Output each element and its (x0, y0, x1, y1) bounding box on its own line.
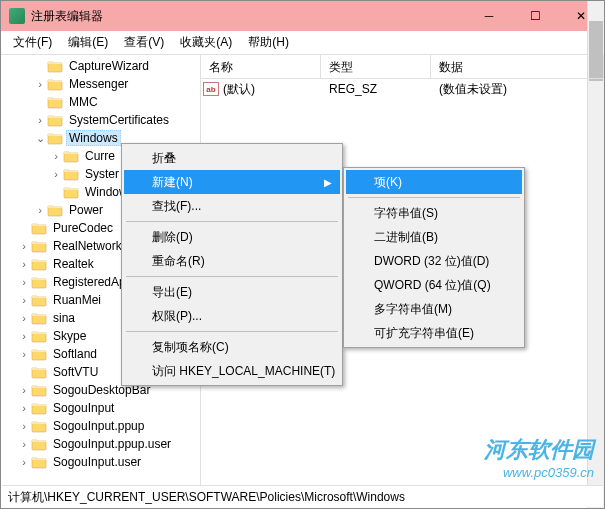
tree-item[interactable]: CaptureWizard (1, 57, 200, 75)
menu-item[interactable]: 字符串值(S) (346, 201, 522, 225)
folder-icon (63, 167, 79, 181)
folder-icon (31, 419, 47, 433)
expand-icon[interactable]: › (33, 114, 47, 126)
tree-item-label: SystemCertificates (66, 112, 172, 128)
menu-item[interactable]: QWORD (64 位)值(Q) (346, 273, 522, 297)
menu-separator (348, 197, 520, 198)
list-header: 名称 类型 数据 (201, 55, 604, 79)
folder-icon (31, 239, 47, 253)
value-type: REG_SZ (321, 82, 431, 96)
tree-item[interactable]: ›SogouInput (1, 399, 200, 417)
menu-item[interactable]: 可扩充字符串值(E) (346, 321, 522, 345)
tree-item-label: Messenger (66, 76, 131, 92)
folder-icon (63, 185, 79, 199)
tree-item-label: PureCodec (50, 220, 116, 236)
submenu-arrow-icon: ▶ (324, 177, 332, 188)
statusbar: 计算机\HKEY_CURRENT_USER\SOFTWARE\Policies\… (2, 485, 603, 507)
expand-icon[interactable]: ⌄ (33, 132, 47, 145)
folder-icon (47, 59, 63, 73)
expand-icon[interactable]: › (49, 150, 63, 162)
expand-icon[interactable]: › (17, 330, 31, 342)
tree-item[interactable]: ›SogouInput.ppup.user (1, 435, 200, 453)
folder-icon (31, 401, 47, 415)
folder-icon (31, 329, 47, 343)
tree-item-label: Windows (66, 130, 121, 146)
folder-icon (31, 365, 47, 379)
col-type[interactable]: 类型 (321, 55, 431, 78)
expand-icon[interactable]: › (17, 420, 31, 432)
tree-item-label: SogouInput.ppup (50, 418, 147, 434)
window-title: 注册表编辑器 (31, 8, 466, 25)
menu-item[interactable]: 编辑(E) (60, 31, 116, 54)
menu-separator (126, 276, 338, 277)
menu-item[interactable]: 折叠 (124, 146, 340, 170)
folder-icon (31, 437, 47, 451)
tree-item-label: SogouInput.ppup.user (50, 436, 174, 452)
tree-item-label: Realtek (50, 256, 97, 272)
string-value-icon: ab (201, 82, 221, 96)
menu-item[interactable]: 多字符串值(M) (346, 297, 522, 321)
list-row[interactable]: ab (默认) REG_SZ (数值未设置) (201, 79, 604, 99)
tree-item-label: SoftVTU (50, 364, 101, 380)
tree-item-label: CaptureWizard (66, 58, 152, 74)
folder-icon (47, 77, 63, 91)
expand-icon[interactable]: › (17, 312, 31, 324)
tree-item-label: MMC (66, 94, 101, 110)
expand-icon[interactable]: › (33, 78, 47, 90)
app-icon (9, 8, 25, 24)
folder-icon (31, 383, 47, 397)
expand-icon[interactable]: › (17, 276, 31, 288)
tree-item-label: SogouInput (50, 400, 117, 416)
tree-item[interactable]: ›SogouInput.ppup (1, 417, 200, 435)
tree-item[interactable]: ›Messenger (1, 75, 200, 93)
tree-item-label: Softland (50, 346, 100, 362)
menu-item[interactable]: 查看(V) (116, 31, 172, 54)
expand-icon[interactable]: › (17, 438, 31, 450)
expand-icon[interactable]: › (17, 294, 31, 306)
expand-icon[interactable]: › (17, 456, 31, 468)
tree-item-label: Syster (82, 166, 122, 182)
col-data[interactable]: 数据 (431, 55, 604, 78)
value-data: (数值未设置) (431, 81, 604, 98)
folder-icon (47, 113, 63, 127)
expand-icon[interactable]: › (49, 168, 63, 180)
tree-item-label: Curre (82, 148, 118, 164)
menu-item[interactable]: 新建(N)▶ (124, 170, 340, 194)
menu-item[interactable]: 项(K) (346, 170, 522, 194)
tree-item[interactable]: ›SystemCertificates (1, 111, 200, 129)
expand-icon[interactable]: › (17, 402, 31, 414)
tree-item-label: Skype (50, 328, 89, 344)
menu-item[interactable]: 复制项名称(C) (124, 335, 340, 359)
menu-item[interactable]: DWORD (32 位)值(D) (346, 249, 522, 273)
tree-item[interactable]: ›SogouInput.user (1, 453, 200, 471)
maximize-button[interactable]: ☐ (512, 1, 558, 31)
menu-item[interactable]: 删除(D) (124, 225, 340, 249)
menu-item[interactable]: 二进制值(B) (346, 225, 522, 249)
menu-item[interactable]: 文件(F) (5, 31, 60, 54)
tree-item-label: sina (50, 310, 78, 326)
menu-item[interactable]: 查找(F)... (124, 194, 340, 218)
folder-icon (63, 149, 79, 163)
menu-item[interactable]: 权限(P)... (124, 304, 340, 328)
minimize-button[interactable]: ─ (466, 1, 512, 31)
expand-icon[interactable]: › (17, 258, 31, 270)
menu-item[interactable]: 重命名(R) (124, 249, 340, 273)
expand-icon[interactable]: › (17, 384, 31, 396)
menu-item[interactable]: 访问 HKEY_LOCAL_MACHINE(T) (124, 359, 340, 383)
menu-item[interactable]: 导出(E) (124, 280, 340, 304)
submenu-new[interactable]: 项(K)字符串值(S)二进制值(B)DWORD (32 位)值(D)QWORD … (343, 167, 525, 348)
expand-icon[interactable]: › (33, 204, 47, 216)
menu-item[interactable]: 收藏夹(A) (172, 31, 240, 54)
tree-item[interactable]: MMC (1, 93, 200, 111)
folder-icon (31, 311, 47, 325)
expand-icon[interactable]: › (17, 348, 31, 360)
tree-item-label: Power (66, 202, 106, 218)
menu-item[interactable]: 帮助(H) (240, 31, 297, 54)
expand-icon[interactable]: › (17, 240, 31, 252)
context-menu[interactable]: 折叠新建(N)▶查找(F)...删除(D)重命名(R)导出(E)权限(P)...… (121, 143, 343, 386)
menu-separator (126, 221, 338, 222)
titlebar: 注册表编辑器 ─ ☐ ✕ (1, 1, 604, 31)
folder-icon (31, 221, 47, 235)
folder-icon (47, 131, 63, 145)
col-name[interactable]: 名称 (201, 55, 321, 78)
